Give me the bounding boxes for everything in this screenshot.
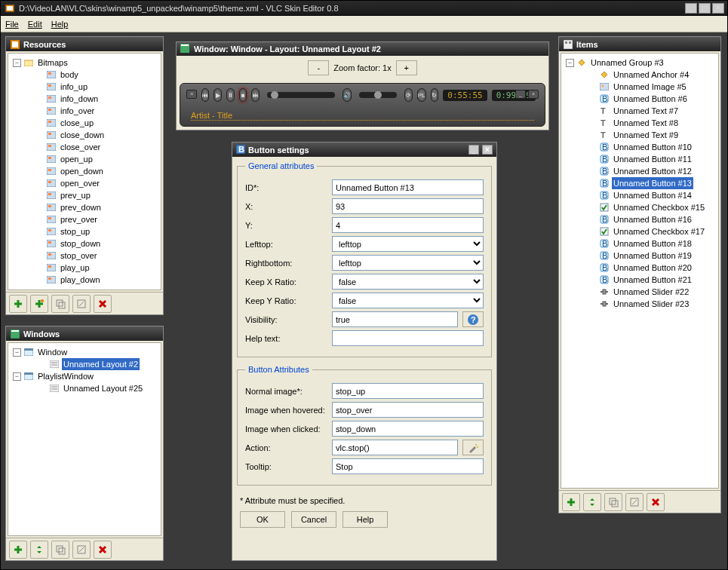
move-button[interactable] — [583, 493, 601, 511]
bitmap-item[interactable]: prev_over — [35, 213, 159, 225]
move-button[interactable] — [30, 541, 48, 559]
select-keepy[interactable]: false — [332, 293, 484, 308]
bitmap-item[interactable]: info_up — [35, 81, 159, 93]
input-id[interactable] — [332, 179, 484, 195]
zoom-out-button[interactable]: - — [308, 60, 329, 75]
bitmap-item[interactable]: open_over — [35, 177, 159, 189]
select-keepx[interactable]: false — [332, 274, 484, 290]
input-hover[interactable] — [332, 402, 484, 418]
seek-slider[interactable] — [267, 92, 335, 98]
windows-tree[interactable]: −WindowUnnamed Layout #2−PlaylistWindowU… — [8, 342, 161, 536]
window-item[interactable]: −Window — [13, 346, 159, 358]
item-entry[interactable]: BUnnamed Button #18 — [588, 238, 717, 250]
add-button[interactable] — [9, 295, 27, 313]
close-button[interactable]: × — [712, 3, 724, 14]
bitmap-item[interactable]: close_down — [35, 129, 159, 141]
visibility-help-button[interactable]: ? — [462, 311, 484, 327]
action-wizard-button[interactable] — [462, 440, 484, 455]
prev-icon[interactable]: ⏮ — [201, 88, 210, 102]
bitmap-item[interactable]: prev_down — [35, 201, 159, 213]
input-action[interactable] — [332, 440, 458, 455]
edit-button[interactable] — [625, 493, 644, 511]
select-rightbottom[interactable]: lefttop — [332, 255, 484, 271]
input-click[interactable] — [332, 421, 484, 437]
bitmap-item[interactable]: stop_over — [35, 250, 159, 262]
input-visibility[interactable] — [332, 311, 458, 327]
bitmap-item[interactable]: open_up — [35, 153, 159, 165]
item-entry[interactable]: TUnnamed Text #8 — [588, 117, 717, 129]
repeat-icon[interactable]: ↻ — [431, 88, 439, 102]
expand-toggle[interactable]: − — [13, 348, 21, 357]
item-entry[interactable]: Unnamed Slider #22 — [588, 286, 717, 298]
bitmap-item[interactable]: close_up — [35, 117, 159, 129]
bitmap-item[interactable]: body — [35, 69, 159, 81]
item-entry[interactable]: Unnamed Checkbox #17 — [588, 225, 717, 238]
item-entry[interactable]: Unnamed Image #5 — [588, 81, 717, 93]
delete-button[interactable] — [647, 493, 665, 511]
cancel-button[interactable]: Cancel — [291, 511, 336, 528]
expand-toggle[interactable]: − — [566, 59, 574, 67]
expand-toggle[interactable]: − — [13, 372, 21, 381]
bitmap-item[interactable]: play_down — [35, 274, 159, 286]
items-tree[interactable]: − Unnamed Group #3 Unnamed Anchor #4Unna… — [561, 53, 719, 489]
input-y[interactable] — [332, 217, 484, 233]
delete-button[interactable] — [94, 541, 112, 559]
playlist-icon[interactable]: PL — [417, 88, 426, 102]
minimize-button[interactable]: _ — [685, 3, 697, 14]
item-entry[interactable]: TUnnamed Text #9 — [588, 129, 717, 141]
menu-help[interactable]: Help — [51, 20, 69, 29]
item-entry[interactable]: Unnamed Checkbox #15 — [588, 201, 717, 213]
bitmap-item[interactable]: play_up — [35, 262, 159, 274]
zoom-in-button[interactable]: + — [396, 60, 417, 75]
player-min-icon[interactable]: _ — [515, 90, 526, 99]
window-item[interactable]: −PlaylistWindow — [13, 370, 159, 382]
edit-button[interactable] — [72, 541, 91, 559]
input-tooltip[interactable] — [332, 458, 484, 474]
pause-icon[interactable]: ⏸ — [226, 88, 235, 102]
stop-icon[interactable]: ■ — [239, 88, 247, 102]
shuffle-icon[interactable]: ⟳ — [404, 88, 413, 102]
dialog-min-button[interactable]: _ — [468, 145, 479, 155]
item-entry[interactable]: BUnnamed Button #16 — [588, 213, 717, 225]
item-entry[interactable]: BUnnamed Button #13 — [588, 177, 717, 189]
add-button[interactable] — [9, 541, 27, 559]
copy-button[interactable] — [51, 295, 69, 313]
input-helptext[interactable] — [332, 330, 484, 346]
edit-button[interactable] — [72, 295, 91, 313]
bitmap-item[interactable]: info_over — [35, 105, 159, 117]
item-entry[interactable]: BUnnamed Button #12 — [588, 165, 717, 177]
maximize-button[interactable]: □ — [699, 3, 711, 14]
item-entry[interactable]: BUnnamed Button #14 — [588, 189, 717, 201]
item-entry[interactable]: Unnamed Anchor #4 — [588, 69, 717, 81]
next-icon[interactable]: ⏭ — [251, 88, 260, 102]
item-entry[interactable]: TUnnamed Text #7 — [588, 105, 717, 117]
input-normal[interactable] — [332, 383, 484, 399]
tree-root-bitmaps[interactable]: − Bitmaps — [13, 57, 159, 69]
vol-icon[interactable]: 🔊 — [342, 88, 352, 102]
help-button[interactable]: Help — [342, 511, 388, 528]
dialog-close-button[interactable]: × — [482, 145, 493, 155]
delete-button[interactable] — [94, 295, 112, 313]
input-x[interactable] — [332, 198, 484, 214]
add-button[interactable] — [562, 493, 580, 511]
expand-toggle[interactable]: − — [13, 59, 21, 67]
item-entry[interactable]: BUnnamed Button #6 — [588, 93, 717, 105]
ok-button[interactable]: OK — [240, 511, 285, 528]
tree-root-group[interactable]: − Unnamed Group #3 — [566, 57, 717, 69]
item-entry[interactable]: BUnnamed Button #21 — [588, 274, 717, 286]
item-entry[interactable]: Unnamed Slider #23 — [588, 298, 717, 310]
item-entry[interactable]: BUnnamed Button #20 — [588, 262, 717, 274]
copy-button[interactable] — [604, 493, 622, 511]
bitmap-item[interactable]: prev_up — [35, 189, 159, 201]
menu-file[interactable]: File — [5, 20, 19, 29]
bitmap-item[interactable]: info_down — [35, 93, 159, 105]
bitmap-item[interactable]: stop_down — [35, 238, 159, 250]
item-entry[interactable]: BUnnamed Button #10 — [588, 141, 717, 153]
item-entry[interactable]: BUnnamed Button #19 — [588, 250, 717, 262]
bitmap-item[interactable]: close_over — [35, 141, 159, 153]
play-icon[interactable]: ▶ — [213, 88, 222, 102]
layout-item[interactable]: Unnamed Layout #2 — [38, 358, 159, 370]
item-entry[interactable]: BUnnamed Button #11 — [588, 153, 717, 165]
resources-tree[interactable]: − Bitmaps bodyinfo_upinfo_downinfo_overc… — [8, 53, 161, 290]
bitmap-item[interactable]: stop_up — [35, 225, 159, 238]
